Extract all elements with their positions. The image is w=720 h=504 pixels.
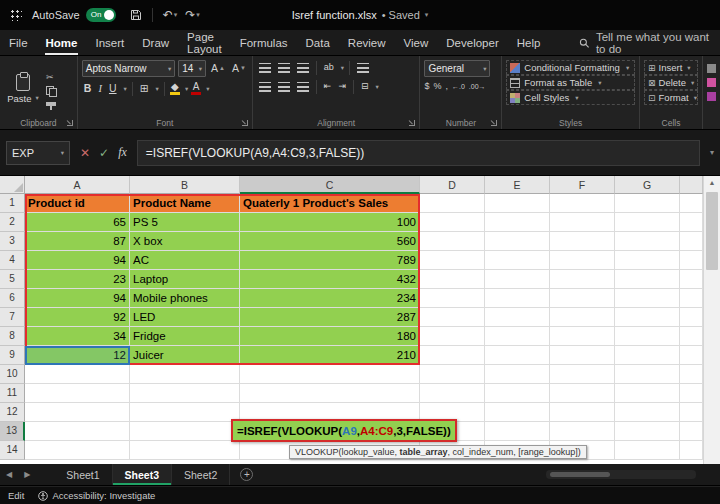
new-sheet-button[interactable]: + <box>240 468 253 481</box>
cell-A2[interactable]: 65 <box>25 213 130 232</box>
col-header-F[interactable]: F <box>550 176 615 194</box>
cell-E2[interactable] <box>485 213 550 232</box>
cell-G11[interactable] <box>615 384 680 403</box>
sheet-nav-left-icon[interactable]: ◀ <box>0 470 18 479</box>
paste-button[interactable]: Paste▾ <box>4 60 42 117</box>
cell-C7[interactable]: 287 <box>240 308 420 327</box>
cell-A3[interactable]: 87 <box>25 232 130 251</box>
comma-format-icon[interactable]: , <box>446 81 449 91</box>
cell-D9[interactable] <box>420 346 485 365</box>
cell-D5[interactable] <box>420 270 485 289</box>
cell-B8[interactable]: Fridge <box>130 327 240 346</box>
decrease-indent-icon[interactable]: ⇤ <box>322 79 334 94</box>
orientation-icon[interactable]: ab <box>322 60 336 75</box>
cell-C11[interactable] <box>240 384 420 403</box>
cell-B2[interactable]: PS 5 <box>130 213 240 232</box>
dialog-launcher-icon[interactable] <box>490 119 498 127</box>
delete-button[interactable]: ⊠Delete▾ <box>644 75 698 90</box>
decrease-font-icon[interactable]: A▼ <box>230 61 248 76</box>
cell-B14[interactable] <box>130 441 240 460</box>
menu-tab-home[interactable]: Home <box>37 30 87 55</box>
row-header-1[interactable]: 1 <box>0 194 25 213</box>
format-painter-icon[interactable] <box>46 102 56 106</box>
cell-A5[interactable]: 23 <box>25 270 130 289</box>
cell-filler-10[interactable] <box>680 365 703 384</box>
undo-icon[interactable]: ↶▾ <box>163 8 178 22</box>
increase-font-icon[interactable]: A▲ <box>209 61 227 76</box>
col-header-C[interactable]: C <box>240 176 420 194</box>
align-bottom-icon[interactable] <box>297 63 309 73</box>
merge-center-icon[interactable]: ⊟ <box>359 79 371 94</box>
cell-B3[interactable]: X box <box>130 232 240 251</box>
accessibility-status[interactable]: Accessibility: Investigate <box>38 490 155 501</box>
bold-button[interactable]: B <box>82 81 94 96</box>
sheet-tab-sheet2[interactable]: Sheet2 <box>172 464 230 485</box>
cell-F1[interactable] <box>550 194 615 213</box>
select-all-corner[interactable] <box>0 176 25 194</box>
percent-format-icon[interactable]: % <box>433 81 441 91</box>
cell-A14[interactable] <box>25 441 130 460</box>
increase-decimal-icon[interactable]: ←.0 <box>452 83 465 90</box>
horizontal-scrollbar[interactable] <box>546 470 696 479</box>
wrap-text-icon[interactable] <box>357 63 369 73</box>
cell-filler-7[interactable] <box>680 308 703 327</box>
cell-filler-13[interactable] <box>680 422 703 441</box>
cell-C3[interactable]: 560 <box>240 232 420 251</box>
row-header-6[interactable]: 6 <box>0 289 25 308</box>
copy-icon[interactable] <box>46 86 56 96</box>
cell-C6[interactable]: 234 <box>240 289 420 308</box>
cell-A6[interactable]: 94 <box>25 289 130 308</box>
expand-formula-bar-icon[interactable]: ▾ <box>710 148 714 157</box>
cell-C4[interactable]: 789 <box>240 251 420 270</box>
menu-tab-review[interactable]: Review <box>339 30 395 55</box>
cell-B6[interactable]: Mobile phones <box>130 289 240 308</box>
cell-filler-5[interactable] <box>680 270 703 289</box>
formula-input[interactable]: =ISREF(VLOOKUP(A9,A4:C9,3,FALSE)) <box>137 140 700 166</box>
cell-F11[interactable] <box>550 384 615 403</box>
row-header-10[interactable]: 10 <box>0 365 25 384</box>
cell-A8[interactable]: 34 <box>25 327 130 346</box>
cell-D6[interactable] <box>420 289 485 308</box>
cell-C5[interactable]: 432 <box>240 270 420 289</box>
cell-F8[interactable] <box>550 327 615 346</box>
cell-D3[interactable] <box>420 232 485 251</box>
cell-B7[interactable]: LED <box>130 308 240 327</box>
vertical-scrollbar[interactable]: ▲ <box>703 176 720 464</box>
save-icon[interactable] <box>130 9 142 21</box>
cell-filler-14[interactable] <box>680 441 703 460</box>
autosave-toggle[interactable]: On <box>86 8 116 22</box>
cell-F6[interactable] <box>550 289 615 308</box>
align-center-icon[interactable] <box>278 82 290 92</box>
col-header-G[interactable]: G <box>615 176 680 194</box>
dialog-launcher-icon[interactable] <box>408 119 416 127</box>
cell-C2[interactable]: 100 <box>240 213 420 232</box>
cell-E12[interactable] <box>485 403 550 422</box>
cell-G3[interactable] <box>615 232 680 251</box>
italic-button[interactable]: I <box>96 81 104 96</box>
row-header-5[interactable]: 5 <box>0 270 25 289</box>
decrease-decimal-icon[interactable]: .00→ <box>469 83 486 90</box>
cell-A7[interactable]: 92 <box>25 308 130 327</box>
conditional-formatting-button[interactable]: Conditional Formatting▾ <box>506 60 635 75</box>
insert-function-icon[interactable]: fx <box>118 145 127 160</box>
row-header-4[interactable]: 4 <box>0 251 25 270</box>
cell-G10[interactable] <box>615 365 680 384</box>
cell-C8[interactable]: 180 <box>240 327 420 346</box>
cell-F2[interactable] <box>550 213 615 232</box>
accounting-format-icon[interactable]: $ <box>424 81 429 91</box>
cell-filler-6[interactable] <box>680 289 703 308</box>
row-header-9[interactable]: 9 <box>0 346 25 365</box>
cell-A11[interactable] <box>25 384 130 403</box>
col-header-A[interactable]: A <box>25 176 130 194</box>
cell-E8[interactable] <box>485 327 550 346</box>
menu-tab-formulas[interactable]: Formulas <box>231 30 297 55</box>
cell-E9[interactable] <box>485 346 550 365</box>
cell-A4[interactable]: 94 <box>25 251 130 270</box>
cell-E10[interactable] <box>485 365 550 384</box>
cell-F3[interactable] <box>550 232 615 251</box>
menu-tab-insert[interactable]: Insert <box>86 30 133 55</box>
cell-G7[interactable] <box>615 308 680 327</box>
sheet-nav-right-icon[interactable]: ▶ <box>18 470 36 479</box>
cell-G14[interactable] <box>615 441 680 460</box>
font-size-select[interactable]: 14▾ <box>178 60 206 77</box>
